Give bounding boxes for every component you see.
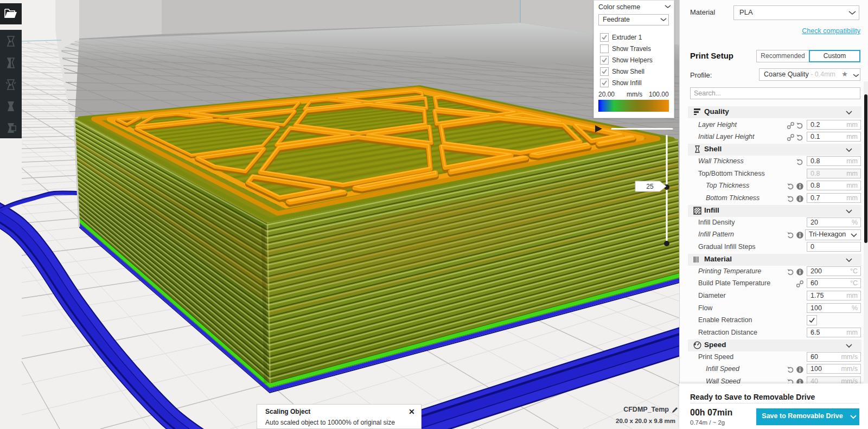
svg-text:25: 25 (646, 183, 654, 190)
